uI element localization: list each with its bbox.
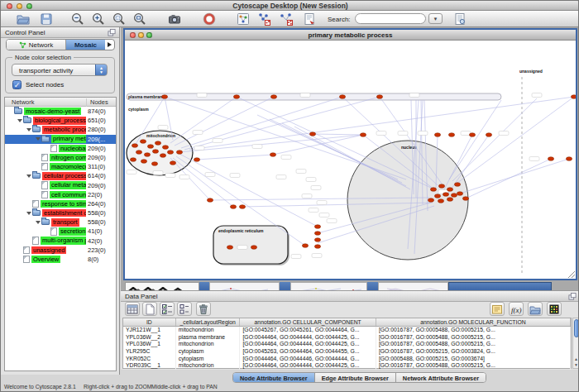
tab-node-attribute-browser[interactable]: Node Attribute Browser (233, 373, 315, 382)
network-node[interactable] (270, 153, 275, 157)
network-tree-row[interactable]: macromolecule311(0) (5, 162, 116, 171)
network-node[interactable] (548, 157, 553, 161)
network-node[interactable] (428, 198, 433, 203)
network-node[interactable] (147, 145, 153, 149)
network-node[interactable] (447, 188, 452, 192)
function-builder-icon[interactable]: f(x) (509, 302, 524, 316)
network-node[interactable] (314, 245, 320, 249)
network-window-titlebar[interactable]: primary metabolic process (125, 30, 576, 41)
tab-overflow-button[interactable] (105, 40, 114, 50)
expand-collapse-arrow[interactable] (34, 137, 41, 141)
expand-collapse-arrow[interactable] (16, 119, 23, 122)
search-input[interactable] (355, 13, 426, 24)
network-node[interactable] (443, 193, 448, 197)
network-node[interactable] (167, 151, 173, 155)
network-node[interactable] (376, 95, 382, 99)
network-canvas[interactable]: plasma membranecytoplasmnucleusmitochond… (125, 41, 576, 279)
network-node[interactable] (448, 133, 454, 137)
layout-directed-icon[interactable] (278, 12, 294, 26)
network-node[interactable] (447, 198, 452, 202)
network-tree-row[interactable]: secretion41(0) (5, 227, 116, 236)
table-column-header[interactable]: ID (123, 318, 176, 326)
table-scrollbar[interactable]: ▲ ▼ (572, 318, 579, 369)
network-node[interactable] (434, 194, 440, 198)
network-tree-row[interactable]: establishment of lo558(0) (5, 208, 116, 218)
network-tree-row[interactable]: Overview8(0) (5, 255, 116, 264)
network-node[interactable] (144, 153, 150, 157)
scrollbar-thumb[interactable] (574, 319, 579, 337)
network-node[interactable] (486, 133, 491, 137)
table-column-header[interactable]: _cellularLayoutRegion (176, 318, 241, 326)
tab-network[interactable]: Network (7, 40, 66, 50)
network-tree-row[interactable]: response to stimul264(0) (5, 199, 116, 208)
network-tree-row[interactable]: biological_process651(0) (5, 116, 116, 125)
help-icon[interactable] (201, 12, 217, 26)
network-node[interactable] (566, 157, 572, 161)
network-node[interactable] (136, 151, 141, 155)
delete-attribute-icon[interactable] (196, 302, 211, 316)
network-node[interactable] (451, 194, 457, 198)
float-panel-icon[interactable] (568, 293, 577, 300)
app-titlebar[interactable]: Cytoscape Desktop (New Session) (1, 1, 579, 11)
table-column-header[interactable]: annotation.GO CELLULAR_COMPONENT (240, 318, 376, 326)
scroll-down-icon[interactable]: ▼ (573, 362, 579, 367)
unselect-attributes-icon[interactable] (177, 302, 192, 316)
new-attribute-icon[interactable] (142, 302, 157, 316)
network-node[interactable] (130, 158, 136, 162)
network-node[interactable] (314, 232, 320, 236)
network-node[interactable] (233, 95, 239, 99)
network-tree-row[interactable]: mosaic-demo-yeast874(0) (5, 107, 116, 116)
network-node[interactable] (194, 158, 199, 162)
zoom-selected-icon[interactable] (111, 12, 127, 26)
network-tree-row[interactable]: nitrogen compo209(0) (5, 153, 116, 162)
network-node[interactable] (227, 246, 232, 250)
network-node[interactable] (454, 183, 460, 187)
network-node[interactable] (314, 225, 320, 229)
search-options-icon[interactable] (452, 12, 467, 26)
network-tree-row[interactable]: nucleobase-209(0) (5, 144, 116, 153)
network-node[interactable] (251, 246, 256, 250)
network-overview-icon[interactable] (235, 12, 251, 26)
network-tree-row[interactable]: cellular metabo209(0) (5, 181, 116, 190)
float-panel-icon[interactable] (108, 29, 116, 36)
scroll-up-icon[interactable]: ▲ (573, 356, 579, 361)
network-node[interactable] (438, 184, 444, 189)
table-row[interactable]: YLR295Ccytoplasm[GO:0045263, GO:0044464,… (123, 348, 571, 356)
network-node[interactable] (207, 198, 213, 203)
network-tree-row[interactable]: primary metabo209(... (5, 135, 116, 144)
network-node[interactable] (239, 205, 245, 209)
resize-grip-icon[interactable] (567, 270, 576, 279)
network-node[interactable] (270, 95, 276, 99)
network-node[interactable] (438, 199, 443, 203)
network-tree-row[interactable]: unassigned223(0) (5, 246, 116, 255)
select-nodes-checkbox[interactable]: ✓ (12, 80, 22, 89)
network-node[interactable] (309, 132, 315, 136)
expand-collapse-arrow[interactable] (25, 174, 32, 178)
attribute-grid-icon[interactable] (125, 302, 140, 316)
layout-undirected-icon[interactable] (256, 12, 271, 26)
network-node[interactable] (170, 161, 175, 165)
table-row[interactable]: YKR052Ccytoplasm[GO:0044464, GO:0044446,… (123, 355, 571, 362)
network-node[interactable] (434, 133, 440, 137)
network-node[interactable] (151, 162, 157, 166)
annotation-icon[interactable] (301, 12, 317, 26)
tab-edge-attribute-browser[interactable]: Edge Attribute Browser (315, 373, 396, 382)
expand-collapse-arrow[interactable] (34, 221, 41, 224)
table-column-header[interactable]: annotation.GO MOLECULAR_FUNCTION (376, 318, 571, 326)
network-node[interactable] (339, 95, 345, 99)
import-attributes-icon[interactable] (528, 302, 543, 316)
zoom-in-icon[interactable] (90, 12, 106, 26)
network-node[interactable] (140, 140, 146, 144)
open-session-icon[interactable] (15, 12, 31, 26)
table-row[interactable]: YDR039C__1mitochondrion[GO:0044464, GO:0… (123, 362, 571, 370)
network-node[interactable] (155, 141, 160, 146)
select-attributes-icon[interactable] (160, 302, 175, 316)
network-node[interactable] (160, 154, 165, 158)
network-tree-row[interactable]: multi-organism pro42(0) (5, 237, 116, 246)
network-node[interactable] (141, 160, 146, 164)
tab-mosaic[interactable]: Mosaic (66, 40, 105, 50)
network-node[interactable] (314, 238, 320, 242)
network-node[interactable] (469, 133, 475, 137)
table-row[interactable]: YJR121W__1mitochondrion[GO:0045267, GO:0… (123, 327, 571, 334)
network-node[interactable] (457, 192, 462, 196)
